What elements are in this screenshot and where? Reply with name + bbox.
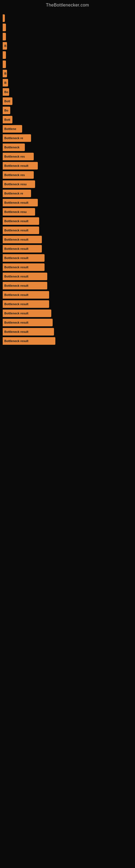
bar-row: Bottleneck result: [3, 310, 132, 317]
bar-row: Bottleneck result: [3, 236, 132, 243]
bar-label-20: Bottleneck result: [4, 201, 28, 204]
bar-row: Bottleneck result: [3, 162, 132, 169]
bar-row: Bottleneck resu: [3, 180, 132, 188]
bar-row: Bottleneck res: [3, 171, 132, 179]
bar-row: Bottleneck result: [3, 319, 132, 326]
bar-6: B: [3, 70, 7, 77]
bar-11: Bott: [3, 116, 12, 123]
bar-row: Bott: [3, 97, 132, 105]
bar-row: Bo: [3, 88, 132, 96]
bar-row: Bottleneck result: [3, 273, 132, 280]
bar-row: B: [3, 70, 132, 77]
bar-18: Bottleneck resu: [3, 180, 35, 188]
bar-label-30: Bottleneck result: [4, 293, 28, 297]
bar-label-33: Bottleneck result: [4, 321, 28, 324]
bar-row: [3, 14, 132, 22]
bar-label-12: Bottlene: [4, 127, 16, 130]
bar-label-28: Bottleneck result: [4, 275, 28, 278]
bar-10: Bo: [3, 106, 10, 114]
bar-label-24: Bottleneck result: [4, 238, 28, 241]
bar-28: Bottleneck result: [3, 273, 47, 280]
bar-label-18: Bottleneck resu: [4, 183, 27, 186]
bar-label-27: Bottleneck result: [4, 266, 28, 269]
bar-label-9: Bott: [4, 99, 10, 103]
bar-32: Bottleneck result: [3, 310, 51, 317]
bar-row: Bottleneck result: [3, 291, 132, 299]
bar-27: Bottleneck result: [3, 264, 45, 271]
bar-19: Bottleneck re: [3, 190, 31, 197]
bar-24: Bottleneck result: [3, 236, 42, 243]
bar-label-10: Bo: [4, 109, 8, 112]
bar-25: Bottleneck result: [3, 245, 42, 252]
bar-label-16: Bottleneck result: [4, 164, 28, 167]
bars-container: BBBBoBottBoBottBottleneBottleneck reBott…: [0, 9, 135, 349]
bar-15: Bottleneck res: [3, 153, 34, 160]
bar-row: Bottleneck res: [3, 153, 132, 160]
bar-label-6: B: [4, 72, 6, 75]
bar-row: Bottleneck result: [3, 300, 132, 308]
bar-20: Bottleneck result: [3, 199, 38, 207]
bar-1: [3, 24, 6, 31]
bar-7: B: [3, 79, 8, 87]
bar-label-21: Bottleneck resu: [4, 210, 27, 214]
bar-row: Bottleneck result: [3, 226, 132, 234]
bar-label-13: Bottleneck re: [4, 136, 23, 140]
bar-35: Bottleneck result: [3, 337, 55, 345]
bar-label-22: Bottleneck result: [4, 219, 28, 223]
bar-row: Bottlene: [3, 125, 132, 133]
bar-33: Bottleneck result: [3, 319, 53, 326]
bar-13: Bottleneck re: [3, 134, 31, 142]
bar-label-23: Bottleneck result: [4, 229, 28, 232]
bar-16: Bottleneck result: [3, 162, 38, 169]
bar-3: B: [3, 42, 7, 50]
bar-row: Bottleneck re: [3, 134, 132, 142]
bar-row: Bottleneck result: [3, 264, 132, 271]
bar-label-8: Bo: [4, 90, 8, 94]
bar-label-15: Bottleneck res: [4, 155, 25, 158]
bar-row: B: [3, 42, 132, 50]
bar-row: Bottleneck result: [3, 217, 132, 225]
bar-31: Bottleneck result: [3, 300, 49, 308]
bar-0: [3, 14, 5, 22]
bar-row: B: [3, 79, 132, 87]
bar-label-32: Bottleneck result: [4, 312, 28, 315]
bar-row: Bo: [3, 106, 132, 114]
bar-label-31: Bottleneck result: [4, 303, 28, 306]
bar-label-35: Bottleneck result: [4, 339, 28, 343]
bar-label-7: B: [4, 81, 6, 84]
bar-row: Bottleneck resu: [3, 208, 132, 216]
bar-12: Bottlene: [3, 125, 22, 133]
bar-5: [3, 61, 6, 68]
bar-23: Bottleneck result: [3, 226, 39, 234]
bar-2: [3, 33, 6, 40]
bar-row: Bottleneck result: [3, 254, 132, 262]
bar-row: [3, 51, 132, 59]
bar-26: Bottleneck result: [3, 254, 45, 262]
bar-29: Bottleneck result: [3, 282, 47, 289]
bar-label-34: Bottleneck result: [4, 330, 28, 333]
bar-21: Bottleneck resu: [3, 208, 35, 216]
bar-row: Bottleneck: [3, 144, 132, 151]
bar-row: Bottleneck re: [3, 190, 132, 197]
bar-label-3: B: [4, 44, 6, 48]
bar-row: [3, 61, 132, 68]
site-title: TheBottlenecker.com: [0, 0, 135, 9]
bar-8: Bo: [3, 88, 9, 96]
bar-label-11: Bott: [4, 118, 10, 121]
bar-row: [3, 33, 132, 40]
bar-row: Bottleneck result: [3, 245, 132, 252]
bar-row: Bott: [3, 116, 132, 123]
bar-17: Bottleneck res: [3, 171, 34, 179]
bar-row: Bottleneck result: [3, 328, 132, 336]
bar-22: Bottleneck result: [3, 217, 39, 225]
bar-label-26: Bottleneck result: [4, 256, 28, 259]
bar-label-25: Bottleneck result: [4, 247, 28, 250]
bar-row: Bottleneck result: [3, 337, 132, 345]
bar-34: Bottleneck result: [3, 328, 54, 336]
bar-label-14: Bottleneck: [4, 146, 19, 149]
bar-14: Bottleneck: [3, 144, 25, 151]
bar-label-17: Bottleneck res: [4, 173, 25, 177]
bar-row: [3, 24, 132, 31]
bar-9: Bott: [3, 97, 12, 105]
bar-row: Bottleneck result: [3, 199, 132, 207]
